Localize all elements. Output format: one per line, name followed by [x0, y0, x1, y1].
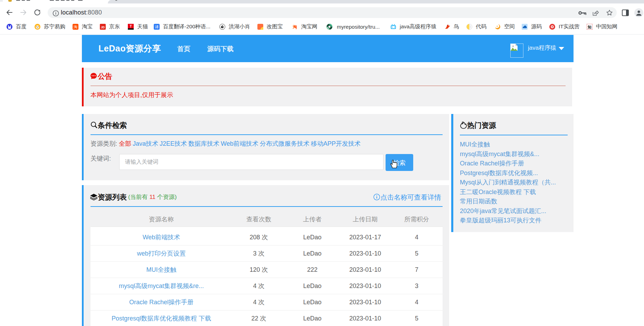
- svg-text:知: 知: [587, 25, 591, 29]
- svg-text:JD: JD: [101, 26, 105, 29]
- svg-text:译: 译: [155, 25, 159, 29]
- svg-text:T: T: [130, 25, 132, 28]
- svg-text:淘: 淘: [293, 25, 297, 29]
- svg-text:淘: 淘: [73, 25, 77, 29]
